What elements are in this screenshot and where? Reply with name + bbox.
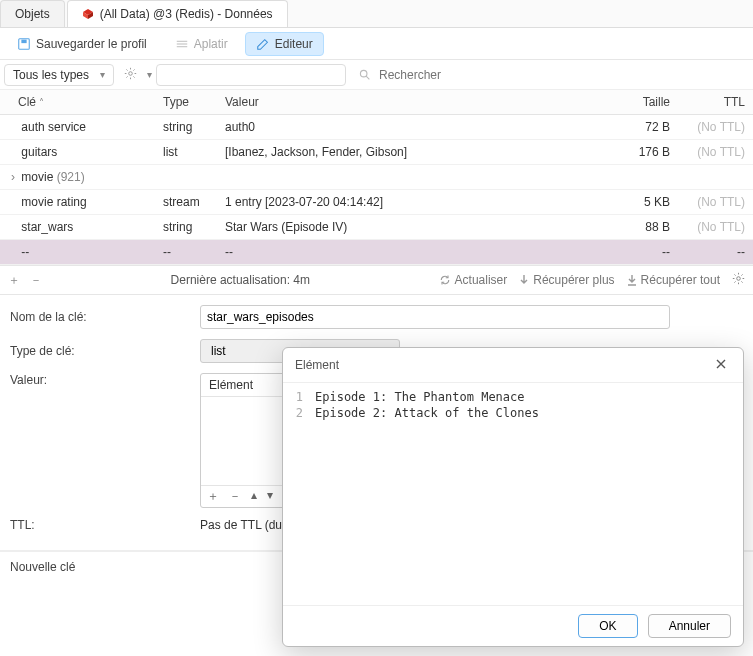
gear-icon bbox=[124, 67, 137, 80]
fetch-more-button[interactable]: Récupérer plus bbox=[519, 273, 614, 287]
chevron-down-icon: ▾ bbox=[100, 69, 105, 80]
last-update-text: Dernière actualisation: 4m bbox=[42, 273, 439, 287]
key-name-input[interactable] bbox=[200, 305, 670, 329]
ok-button[interactable]: OK bbox=[578, 614, 637, 638]
value-remove-button[interactable]: － bbox=[229, 488, 241, 505]
table-row[interactable]: guitarslist[Ibanez, Jackson, Fender, Gib… bbox=[0, 140, 753, 165]
flatten-icon bbox=[175, 37, 189, 51]
editor-button[interactable]: Editeur bbox=[245, 32, 324, 56]
sort-asc-icon: ˄ bbox=[39, 97, 44, 108]
table-header-row: Clé ˄ Type Valeur Taille TTL bbox=[0, 90, 753, 115]
close-icon bbox=[715, 358, 727, 370]
fetch-all-button[interactable]: Récupérer tout bbox=[627, 273, 720, 287]
value-label: Valeur: bbox=[10, 373, 200, 387]
key-type-label: Type de clé: bbox=[10, 344, 200, 358]
down-arrow-icon bbox=[519, 274, 529, 286]
button-label: Aplatir bbox=[194, 37, 228, 51]
dialog-editor[interactable]: 12 Episode 1: The Phantom MenaceEpisode … bbox=[283, 382, 743, 606]
save-icon bbox=[17, 37, 31, 51]
col-size[interactable]: Taille bbox=[608, 90, 678, 115]
save-profile-button[interactable]: Sauvegarder le profil bbox=[6, 32, 158, 56]
tab-label: Objets bbox=[15, 7, 50, 21]
table-row[interactable]: star_warsstringStar Wars (Episode IV)88 … bbox=[0, 215, 753, 240]
ttl-label: TTL: bbox=[10, 518, 200, 532]
down-all-icon bbox=[627, 274, 637, 286]
keys-table: Clé ˄ Type Valeur Taille TTL auth servic… bbox=[0, 90, 753, 265]
table-row[interactable]: auth servicestringauth072 B(No TTL) bbox=[0, 115, 753, 140]
search-box bbox=[350, 67, 749, 83]
new-key-label: Nouvelle clé bbox=[10, 560, 75, 574]
cancel-button[interactable]: Annuler bbox=[648, 614, 731, 638]
tab-objects[interactable]: Objets bbox=[0, 0, 65, 27]
value-add-button[interactable]: ＋ bbox=[207, 488, 219, 505]
tab-data[interactable]: (All Data) @3 (Redis) - Données bbox=[67, 0, 288, 27]
col-key[interactable]: Clé ˄ bbox=[0, 90, 155, 115]
edit-icon bbox=[256, 37, 270, 51]
svg-point-9 bbox=[360, 70, 367, 77]
button-label: Editeur bbox=[275, 37, 313, 51]
flatten-button[interactable]: Aplatir bbox=[164, 32, 239, 56]
col-type[interactable]: Type bbox=[155, 90, 217, 115]
value-down-button[interactable]: ▾ bbox=[267, 488, 273, 505]
add-row-button[interactable]: ＋ bbox=[8, 272, 20, 289]
svg-point-11 bbox=[737, 277, 741, 281]
combo-label: Tous les types bbox=[13, 68, 89, 82]
element-dialog: Elément 12 Episode 1: The Phantom Menace… bbox=[282, 347, 744, 647]
line-gutter: 12 bbox=[283, 383, 311, 605]
type-filter-combo[interactable]: Tous les types ▾ bbox=[4, 64, 114, 86]
dialog-close-button[interactable] bbox=[711, 356, 731, 374]
dialog-title: Elément bbox=[295, 358, 339, 372]
table-row[interactable]: movie ratingstream1 entry [2023-07-20 04… bbox=[0, 190, 753, 215]
key-name-label: Nom de la clé: bbox=[10, 310, 200, 324]
toolbar: Sauvegarder le profil Aplatir Editeur bbox=[0, 28, 753, 60]
filter-input[interactable] bbox=[156, 64, 346, 86]
refresh-icon bbox=[439, 274, 451, 286]
remove-row-button[interactable]: － bbox=[30, 272, 42, 289]
redis-icon bbox=[82, 8, 94, 20]
col-ttl[interactable]: TTL bbox=[678, 90, 753, 115]
search-icon bbox=[358, 68, 371, 81]
tab-label: (All Data) @3 (Redis) - Données bbox=[100, 7, 273, 21]
filter-row: Tous les types ▾ ▾ bbox=[0, 60, 753, 90]
svg-line-10 bbox=[366, 76, 369, 79]
gear-icon bbox=[732, 272, 745, 285]
app-window: Objets (All Data) @3 (Redis) - Données S… bbox=[0, 0, 753, 656]
button-label: Sauvegarder le profil bbox=[36, 37, 147, 51]
settings-button[interactable] bbox=[732, 272, 745, 288]
svg-rect-4 bbox=[21, 39, 26, 43]
svg-point-8 bbox=[129, 71, 133, 75]
table-row[interactable]: ---------- bbox=[0, 240, 753, 265]
value-up-button[interactable]: ▴ bbox=[251, 488, 257, 505]
chevron-down-icon[interactable]: ▾ bbox=[147, 69, 152, 80]
table-row[interactable]: › movie (921) bbox=[0, 165, 753, 190]
filter-settings-button[interactable] bbox=[118, 67, 143, 83]
search-input[interactable] bbox=[377, 67, 741, 83]
tab-bar: Objets (All Data) @3 (Redis) - Données bbox=[0, 0, 753, 28]
col-value[interactable]: Valeur bbox=[217, 90, 608, 115]
code-area[interactable]: Episode 1: The Phantom MenaceEpisode 2: … bbox=[311, 383, 743, 605]
action-bar: ＋ － Dernière actualisation: 4m Actualise… bbox=[0, 265, 753, 295]
refresh-button[interactable]: Actualiser bbox=[439, 273, 508, 287]
